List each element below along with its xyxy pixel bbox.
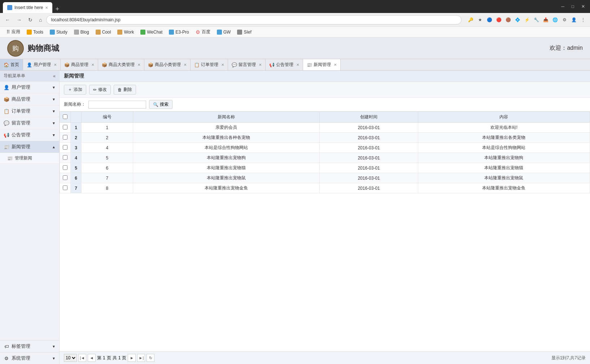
total-label: 共: [113, 355, 117, 361]
sidebar-collapse-icon[interactable]: «: [53, 74, 56, 79]
reload-button[interactable]: ↻: [26, 16, 35, 24]
nav-tab-news[interactable]: 📰 新闻管理 ✕: [303, 59, 341, 71]
new-tab-button[interactable]: +: [53, 5, 61, 13]
sidebar-item-system[interactable]: ⚙ 系统管理 ▼: [0, 352, 59, 364]
forward-button[interactable]: →: [14, 16, 24, 24]
bookmark-study[interactable]: Study: [47, 28, 70, 36]
row-content: 本站隆重推出宠物狗: [418, 153, 590, 163]
content-area: 新闻管理 ＋ 添加 ✏ 修改 🗑 删除 新闻名称：: [60, 71, 590, 364]
per-page-select[interactable]: 10 20 50: [64, 354, 77, 362]
browser-tab[interactable]: Insert title here ✕: [3, 2, 52, 13]
profile-icon[interactable]: 👤: [570, 16, 578, 24]
bookmark-blog[interactable]: Blog: [71, 28, 92, 36]
bookmark-cool-icon: [96, 30, 101, 35]
edit-button[interactable]: ✏ 修改: [89, 85, 111, 95]
sidebar-system-arrow: ▼: [52, 356, 56, 360]
sidebar-item-users[interactable]: 👤 用户管理 ▼: [0, 82, 59, 93]
sidebar-item-orders[interactable]: 📋 订单管理 ▼: [0, 105, 59, 117]
nav-tab-products[interactable]: 📦 商品管理 ✕: [61, 59, 98, 71]
bookmark-cool[interactable]: Cool: [93, 28, 114, 36]
ext7-icon[interactable]: 📥: [542, 16, 550, 24]
news-tab-close[interactable]: ✕: [334, 63, 337, 67]
search-input[interactable]: [88, 101, 146, 109]
product-cat-tab-close[interactable]: ✕: [137, 63, 140, 67]
messages-tab-close[interactable]: ✕: [259, 63, 262, 67]
row-checkbox-cell: [60, 163, 71, 173]
ext3-icon[interactable]: 🟤: [504, 16, 512, 24]
sidebar-item-news[interactable]: 📰 新闻管理 ▲: [0, 141, 59, 153]
bookmark-tools[interactable]: Tools: [24, 28, 46, 36]
users-tab-close[interactable]: ✕: [54, 63, 57, 67]
sidebar-item-products[interactable]: 📦 商品管理 ▼: [0, 93, 59, 105]
row-name: 本站是综合性狗物网站: [133, 143, 320, 153]
bookmark-work[interactable]: Work: [114, 28, 137, 36]
row-checkbox[interactable]: [63, 135, 67, 140]
menu-icon[interactable]: ⋮: [579, 16, 587, 24]
logo-text: 购: [12, 44, 19, 53]
nav-tab-product-subcat[interactable]: 📦 商品小类管理 ✕: [144, 59, 191, 71]
row-checkbox[interactable]: [63, 185, 67, 190]
ext6-icon[interactable]: 🔧: [532, 16, 540, 24]
product-subcat-tab-close[interactable]: ✕: [184, 63, 187, 67]
ext4-icon[interactable]: 💠: [513, 16, 521, 24]
refresh-button[interactable]: ↻: [147, 354, 154, 362]
nav-tab-users[interactable]: 👤 用户管理 ✕: [23, 59, 61, 71]
current-page: 1: [103, 355, 105, 360]
next-page-button[interactable]: ►: [128, 354, 136, 362]
bookmark-slef[interactable]: SIef: [234, 28, 254, 36]
products-tab-close[interactable]: ✕: [91, 63, 94, 67]
sidebar-messages-icon: 💬: [4, 120, 9, 126]
search-button[interactable]: 🔍 搜索: [149, 100, 172, 109]
bookmark-slef-icon: [237, 30, 242, 35]
ext8-icon[interactable]: 🌐: [551, 16, 559, 24]
last-page-button[interactable]: ►|: [137, 354, 145, 362]
nav-tab-orders[interactable]: 📋 订单管理 ✕: [191, 59, 228, 71]
bookmark-e3pro[interactable]: E3-Pro: [166, 28, 192, 36]
close-window-button[interactable]: ✕: [579, 3, 587, 10]
product-cat-nav-icon: 📦: [102, 62, 107, 67]
sidebar-orders-label: 订单管理: [12, 108, 30, 114]
row-name: 本站隆重推出宠物狗: [133, 153, 320, 163]
row-checkbox[interactable]: [63, 145, 67, 150]
delete-button[interactable]: 🗑 删除: [114, 85, 136, 95]
nav-tab-product-cat[interactable]: 📦 商品大类管理 ✕: [98, 59, 144, 71]
ext9-icon[interactable]: ⚙: [560, 16, 568, 24]
row-checkbox[interactable]: [63, 175, 67, 180]
row-checkbox[interactable]: [63, 125, 67, 130]
first-page-button[interactable]: |◄: [78, 354, 86, 362]
sidebar-header: 导航菜单单 «: [0, 71, 59, 82]
home-button[interactable]: ⌂: [37, 16, 44, 24]
address-bar[interactable]: localhost:8084/Ebuy/admin/main.jsp: [46, 15, 462, 25]
orders-tab-close[interactable]: ✕: [221, 63, 224, 67]
sidebar-item-tags[interactable]: 🏷 标签管理 ▼: [0, 340, 59, 352]
row-checkbox[interactable]: [63, 165, 67, 170]
nav-tab-messages[interactable]: 💬 留言管理 ✕: [228, 59, 266, 71]
sidebar-item-messages[interactable]: 💬 留言管理 ▼: [0, 117, 59, 129]
back-button[interactable]: ←: [3, 16, 12, 24]
nav-tab-announcements[interactable]: 📢 公告管理 ✕: [266, 59, 303, 71]
sidebar-tags-icon: 🏷: [4, 343, 9, 349]
bookmark-baidu[interactable]: ⚙ 百度: [193, 28, 213, 36]
key-icon[interactable]: 🔑: [467, 16, 475, 24]
ext2-icon[interactable]: 🔴: [495, 16, 503, 24]
row-checkbox[interactable]: [63, 155, 67, 160]
star-icon[interactable]: ★: [476, 16, 484, 24]
minimize-button[interactable]: ─: [559, 3, 567, 10]
row-date: 2016-03-01: [320, 123, 418, 133]
add-button[interactable]: ＋ 添加: [64, 85, 86, 95]
select-all-checkbox[interactable]: [63, 114, 67, 119]
users-nav-label: 用户管理: [34, 62, 51, 68]
sidebar-sub-item-manage-news[interactable]: 📰 管理新闻: [0, 153, 59, 164]
ext1-icon[interactable]: 🔵: [485, 16, 493, 24]
nav-tab-home[interactable]: 🏠 首页: [0, 59, 23, 71]
bookmark-wechat[interactable]: WeChat: [137, 28, 165, 36]
sidebar-item-announcements[interactable]: 📢 公告管理 ▼: [0, 129, 59, 141]
maximize-button[interactable]: □: [569, 3, 576, 10]
bookmark-apps[interactable]: ⠿ 应用: [4, 28, 23, 36]
display-info: 显示1到7,共7记录: [551, 355, 586, 361]
prev-page-button[interactable]: ◄: [88, 354, 96, 362]
ext5-icon[interactable]: ⚡: [523, 16, 531, 24]
tab-close-icon[interactable]: ✕: [45, 6, 48, 10]
bookmark-gw[interactable]: GW: [214, 28, 234, 36]
announcements-tab-close[interactable]: ✕: [296, 63, 299, 67]
